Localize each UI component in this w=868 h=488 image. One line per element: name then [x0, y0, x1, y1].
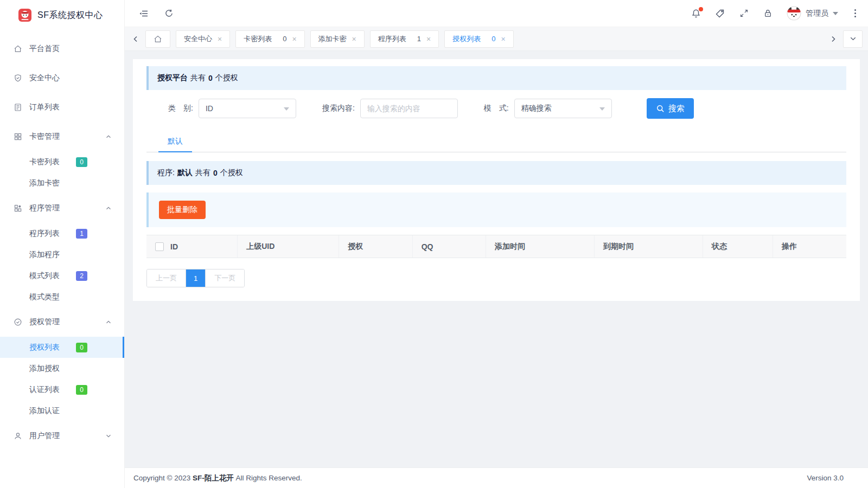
sidebar-item-home[interactable]: 平台首页: [0, 34, 124, 63]
close-icon[interactable]: ×: [292, 35, 296, 43]
table-toolbar: 批量删除: [146, 192, 846, 227]
count-badge: 0: [76, 385, 87, 395]
home-icon: [14, 44, 22, 53]
close-icon[interactable]: ×: [501, 35, 505, 43]
search-button[interactable]: 搜索: [647, 98, 694, 119]
search-content-label: 搜索内容:: [322, 104, 355, 113]
admin-menu[interactable]: 管理员: [787, 6, 838, 21]
sidebar-group-label: 程序管理: [29, 203, 60, 213]
banner-text: 共有: [195, 168, 210, 178]
program-name: 默认: [177, 168, 193, 178]
tab-count: 0: [283, 35, 286, 43]
notification-dot: [699, 7, 703, 11]
sidebar-item-auth-list[interactable]: 授权列表 0: [0, 337, 124, 358]
sidebar-submenu-auth: 授权列表 0 添加授权 认证列表 0 添加认证: [0, 337, 124, 421]
tab-default-program[interactable]: 默认: [158, 132, 192, 152]
tab-count: 1: [417, 35, 421, 43]
fullscreen-icon[interactable]: [739, 9, 749, 18]
column-header: 添加时间: [486, 235, 595, 258]
tab-card-list[interactable]: 卡密列表 0 ×: [235, 30, 304, 48]
sidebar-submenu-program: 程序列表 1 添加程序 模式列表 2 模式类型: [0, 223, 124, 307]
close-icon[interactable]: ×: [218, 35, 222, 43]
banner-text: 共有: [190, 73, 206, 83]
topbar-left: [139, 9, 174, 18]
sidebar-menu: 平台首页 安全中心 订单列表 卡密管理 卡密列表 0: [0, 30, 124, 451]
close-icon[interactable]: ×: [426, 35, 431, 43]
topbar-right: 管理员: [691, 6, 858, 21]
sidebar-item-label: 安全中心: [29, 73, 60, 83]
tabs-scroll-left-icon[interactable]: [131, 35, 140, 43]
app-title: SF系统授权中心: [37, 10, 103, 21]
tab-card-add[interactable]: 添加卡密 ×: [310, 30, 365, 48]
copyright-suffix: All Rights Reserved.: [234, 474, 302, 482]
sidebar-group-auth-management[interactable]: 授权管理: [0, 307, 124, 337]
program-tabs: 默认: [146, 132, 846, 152]
sidebar-item-auth-add[interactable]: 添加授权: [0, 358, 124, 379]
sidebar-group-program-management[interactable]: 程序管理: [0, 194, 124, 223]
banner-title: 授权平台: [157, 73, 188, 83]
mode-select[interactable]: 精确搜索: [514, 99, 612, 118]
sidebar-item-cert-add[interactable]: 添加认证: [0, 400, 124, 421]
sidebar-item-mode-type[interactable]: 模式类型: [0, 286, 124, 307]
footer: Copyright © 2023 SF-陌上花开 All Rights Rese…: [125, 467, 868, 488]
count-badge: 0: [76, 157, 87, 167]
column-header: 状态: [703, 235, 773, 258]
sidebar-item-cert-list[interactable]: 认证列表 0: [0, 379, 124, 400]
auth-table: ID 上级UID 授权 QQ 添加时间 到期时间 状态 操作: [146, 235, 846, 258]
platform-summary-banner: 授权平台 共有 0 个授权: [146, 66, 846, 90]
tag-icon[interactable]: [715, 9, 725, 18]
count-badge: 1: [76, 229, 87, 239]
refresh-icon[interactable]: [164, 9, 174, 18]
brand: SF系统授权中心: [0, 0, 124, 30]
tabs-dropdown-icon[interactable]: [843, 30, 863, 48]
caret-down-icon: [284, 107, 289, 111]
prev-page-button[interactable]: 上一页: [147, 269, 186, 287]
sidebar-item-orders[interactable]: 订单列表: [0, 93, 124, 122]
lock-icon[interactable]: [763, 9, 773, 18]
sidebar-item-label: 认证列表: [29, 385, 60, 395]
shield-check-icon: [14, 74, 22, 82]
banner-count: 0: [208, 74, 213, 82]
search-icon: [656, 104, 665, 113]
tabs-scroll-right-icon[interactable]: [829, 35, 838, 43]
page-number-button[interactable]: 1: [186, 269, 205, 287]
next-page-button[interactable]: 下一页: [205, 269, 244, 287]
batch-delete-button[interactable]: 批量删除: [159, 201, 206, 219]
tab-program-list[interactable]: 程序列表 1 ×: [370, 30, 439, 48]
tab-home[interactable]: [145, 30, 170, 48]
sidebar-item-label: 授权列表: [29, 343, 60, 352]
count-badge: 2: [76, 271, 87, 281]
sidebar-item-label: 添加卡密: [29, 178, 60, 188]
search-form: 类 别: ID 搜索内容: 模 式: 精确搜索 搜索: [146, 98, 846, 119]
sidebar-item-program-add[interactable]: 添加程序: [0, 244, 124, 265]
sidebar-item-label: 平台首页: [29, 44, 60, 54]
program-summary-banner: 程序: 默认 共有 0 个授权: [146, 161, 846, 185]
close-icon[interactable]: ×: [352, 35, 356, 43]
avatar: [787, 6, 801, 21]
notification-bell-icon[interactable]: [691, 9, 701, 18]
banner-text: 个授权: [220, 168, 243, 178]
sidebar-group-user-management[interactable]: 用户管理: [0, 421, 124, 451]
sidebar-item-program-list[interactable]: 程序列表 1: [0, 223, 124, 244]
chevron-up-icon: [105, 204, 112, 212]
collapse-sidebar-icon[interactable]: [139, 9, 149, 18]
search-input[interactable]: [360, 99, 458, 118]
category-select[interactable]: ID: [199, 99, 296, 118]
sidebar-group-label: 授权管理: [29, 317, 60, 327]
tab-auth-list[interactable]: 授权列表 0 ×: [444, 30, 513, 48]
sidebar-item-card-list[interactable]: 卡密列表 0: [0, 151, 124, 172]
sidebar-item-label: 添加授权: [29, 364, 60, 374]
sidebar-item-mode-list[interactable]: 模式列表 2: [0, 265, 124, 286]
tab-label: 授权列表: [452, 34, 481, 44]
sidebar-group-card-management[interactable]: 卡密管理: [0, 122, 124, 151]
more-menu-icon[interactable]: [852, 8, 858, 18]
tab-label: 添加卡密: [318, 34, 347, 44]
sidebar-item-security[interactable]: 安全中心: [0, 63, 124, 93]
caret-down-icon: [599, 107, 605, 111]
copyright-brand: SF-陌上花开: [193, 474, 234, 482]
select-all-checkbox[interactable]: [155, 242, 164, 251]
sidebar-item-card-add[interactable]: 添加卡密: [0, 172, 124, 194]
auth-list-panel: 授权平台 共有 0 个授权 类 别: ID 搜索内容: 模 式: 精确搜索: [133, 59, 860, 301]
brand-logo-icon: [18, 8, 32, 22]
tab-security-center[interactable]: 安全中心 ×: [176, 30, 230, 48]
